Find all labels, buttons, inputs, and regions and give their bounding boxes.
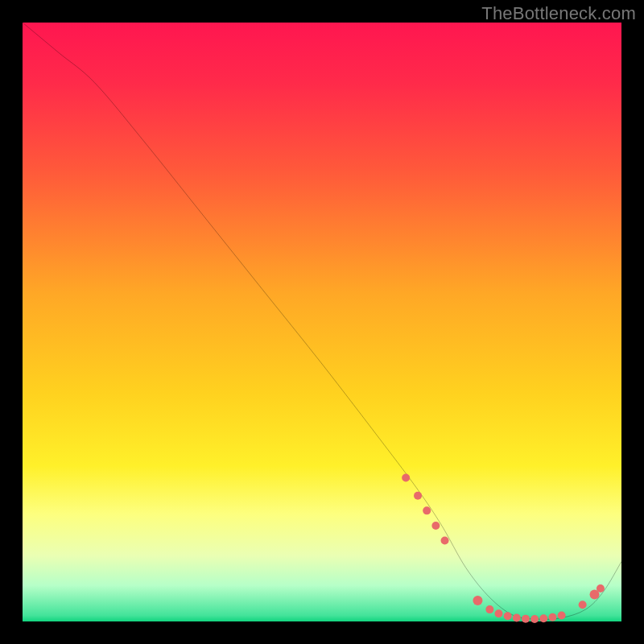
data-marker bbox=[431, 522, 440, 530]
data-marker bbox=[402, 473, 410, 481]
data-marker bbox=[558, 612, 566, 620]
marker-layer bbox=[402, 473, 605, 623]
data-marker bbox=[494, 609, 502, 617]
data-marker bbox=[530, 615, 539, 623]
data-marker bbox=[414, 492, 422, 500]
data-marker bbox=[423, 506, 431, 514]
data-marker bbox=[539, 614, 547, 622]
chart-overlay bbox=[23, 23, 621, 621]
data-marker bbox=[579, 601, 587, 609]
data-marker bbox=[473, 596, 482, 605]
data-marker bbox=[441, 537, 449, 545]
data-marker bbox=[485, 605, 493, 613]
data-marker bbox=[504, 612, 512, 620]
attribution-text: TheBottleneck.com bbox=[481, 3, 636, 24]
data-marker bbox=[597, 584, 605, 592]
chart-frame: TheBottleneck.com bbox=[0, 0, 644, 644]
bottleneck-curve-path bbox=[23, 23, 621, 619]
data-marker bbox=[513, 614, 521, 622]
data-marker bbox=[522, 615, 530, 623]
data-marker bbox=[548, 613, 556, 621]
plot-area bbox=[23, 23, 621, 621]
